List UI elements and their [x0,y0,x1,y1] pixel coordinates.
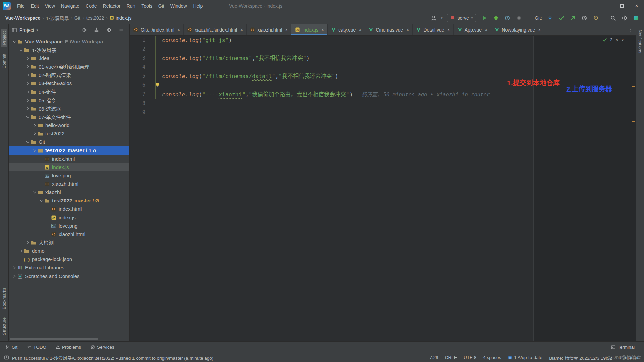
chevron-right-icon[interactable] [25,64,31,69]
tab-git-...-index.html[interactable]: Git\...\index.html× [130,24,184,35]
tree-item[interactable]: 1-沙漠风暴 [9,46,129,54]
stripe-project-button[interactable]: Project [1,29,7,47]
chevron-right-icon[interactable] [11,274,17,279]
tree-item[interactable]: love.png [9,171,129,180]
tree-item[interactable]: test2022 [9,129,129,138]
menu-item-navigate[interactable]: Navigate [58,3,83,9]
tab-nowplaying.vue[interactable]: Nowplaying.vue× [491,24,544,35]
code-line[interactable]: 5console.log("/film/cinemas/datail","我不相… [130,72,636,81]
status-vcs-changes[interactable]: 1 Δ/up-to-date [508,355,542,360]
status-encoding[interactable]: UTF-8 [464,355,476,360]
chevron-right-icon[interactable] [25,56,31,61]
tab-xiaozhi-...-index.html[interactable]: xiaozhi\...\index.html× [184,24,247,35]
project-panel-title[interactable]: Project [19,27,34,33]
menu-item-view[interactable]: View [42,3,58,9]
tree-item[interactable]: xiaozhi.html [9,180,129,188]
tree-item[interactable]: JSindex.js [9,163,129,171]
toolwindow-todo-button[interactable]: TODO [27,345,46,350]
panel-settings-button[interactable] [105,26,113,34]
local-history-button[interactable] [580,14,588,22]
chevron-down-icon[interactable] [38,198,44,203]
chevron-right-icon[interactable] [32,131,38,136]
breadcrumb-item[interactable]: Vue-Workspace [4,15,42,21]
tree-item[interactable]: JSindex.js [9,213,129,222]
profile-button[interactable] [503,14,512,22]
code-line[interactable]: 2 [130,45,636,54]
chevron-right-icon[interactable] [11,265,17,270]
toolwindow-switcher-icon[interactable] [4,355,9,360]
tree-item[interactable]: 03-fetch&axios [9,79,129,87]
chevron-right-icon[interactable] [25,73,31,77]
stop-button[interactable] [515,14,523,22]
breadcrumb-item[interactable]: Git [73,15,82,21]
git-commit-button[interactable] [557,14,566,22]
minimize-button[interactable] [600,0,614,12]
chevron-right-icon[interactable] [32,123,38,128]
tree-item[interactable]: index.html [9,205,129,213]
breadcrumb-item[interactable]: 1-沙漠风暴 [45,14,70,22]
search-everywhere-button[interactable] [609,14,617,22]
tree-item[interactable]: 07-单文件组件 [9,113,129,121]
code-line[interactable]: 7console.log("----xiaozhi","我偷偷加个路由，我也不相… [130,90,636,99]
code-line[interactable]: 1console.log("git js") [130,36,636,45]
menu-item-tools[interactable]: Tools [138,3,155,9]
menu-item-code[interactable]: Code [83,3,100,9]
tab-xiaozhi.html[interactable]: xiaozhi.html× [247,24,291,35]
chevron-down-icon[interactable] [25,115,31,119]
error-stripe-mark[interactable] [632,121,635,122]
chevron-down-icon[interactable] [32,148,38,153]
rollback-button[interactable] [592,14,600,22]
toolwindow-terminal-button[interactable]: Terminal [611,345,635,350]
tab-close-icon[interactable]: × [240,27,243,33]
tab-close-icon[interactable]: × [359,27,361,33]
tab-cinemas.vue[interactable]: Cinemas.vue× [365,24,413,35]
menu-item-edit[interactable]: Edit [28,3,42,9]
close-button[interactable]: × [629,0,644,12]
status-message[interactable]: Push successful // 1-沙漠风暴\Git\xiaozhi\te… [12,354,213,361]
status-line-separator[interactable]: CRLF [445,355,457,360]
tab-close-icon[interactable]: × [285,27,288,33]
tab-close-icon[interactable]: × [321,27,324,33]
chevron-right-icon[interactable] [25,98,31,103]
toolwindow-git-button[interactable]: Git [5,345,17,350]
status-indent[interactable]: 4 spaces [483,355,501,360]
menu-item-window[interactable]: Window [167,3,190,9]
stripe-structure-button[interactable]: Structure [2,317,7,335]
tree-item[interactable]: hello-world [9,121,129,129]
toolwindow-services-button[interactable]: Services [91,345,114,350]
menu-item-file[interactable]: File [14,3,28,9]
chevron-down-icon[interactable] [32,190,38,195]
tree-item[interactable]: Scratches and Consoles [9,272,129,280]
tab-close-icon[interactable]: × [447,27,450,33]
stripe-commit-button[interactable]: Commit [2,54,7,69]
chevron-right-icon[interactable] [25,89,31,94]
tree-item[interactable]: 01-vue框架介绍和原理 [9,62,129,71]
next-problem-icon[interactable]: ∨ [621,38,624,42]
prev-problem-icon[interactable]: ∧ [615,38,618,42]
tree-item[interactable]: Git [9,138,129,146]
chevron-right-icon[interactable] [18,249,24,253]
run-config-select[interactable]: serve▾ [447,14,476,22]
tree-item[interactable]: demo [9,247,129,255]
tree-item[interactable]: 大检测 [9,238,129,247]
chevron-down-icon[interactable] [18,48,24,52]
code-line[interactable]: 9 [130,108,636,117]
tab-close-icon[interactable]: × [485,27,487,33]
tree-item[interactable]: xiaozhi.html [9,230,129,238]
tree-item[interactable]: love.png [9,222,129,230]
maximize-button[interactable] [614,0,629,12]
hide-panel-button[interactable] [117,26,125,34]
chevron-down-icon[interactable] [25,140,31,144]
tree-item[interactable]: 02-响应式渲染 [9,71,129,79]
settings-button[interactable] [621,14,629,22]
tree-item[interactable]: index.html [9,155,129,163]
tree-item[interactable]: test2022master / 1 Δ [9,146,129,155]
run-button[interactable] [481,14,489,22]
menu-item-git[interactable]: Git [155,3,167,9]
error-stripe-mark[interactable] [632,86,635,87]
intention-bulb-icon[interactable] [155,82,160,88]
tab-close-icon[interactable]: × [406,27,409,33]
tab-caty.vue[interactable]: caty.vue× [328,24,365,35]
project-tree-hscrollbar[interactable] [10,338,98,340]
tree-item[interactable]: 04-组件 [9,87,129,96]
